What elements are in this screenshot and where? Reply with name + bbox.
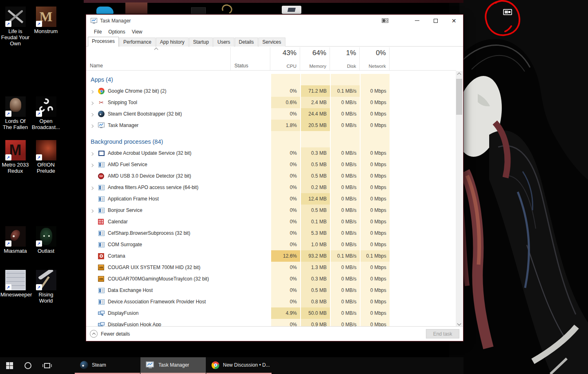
process-name: DisplayFusion bbox=[108, 310, 138, 316]
menu-file[interactable]: File bbox=[91, 28, 105, 36]
desktop-icon-orion-prelude[interactable]: ↗ORION Prelude bbox=[31, 140, 61, 174]
cougar-icon: UIX bbox=[98, 276, 104, 282]
column-network[interactable]: 0%Network bbox=[360, 47, 390, 70]
expand-chevron-icon[interactable] bbox=[90, 209, 94, 213]
process-status bbox=[231, 250, 270, 262]
process-row[interactable]: DisplayFusion Hook App0%0.9 MB0 MB/s0 Mb… bbox=[86, 319, 456, 327]
process-row[interactable]: UIXCOUGAR UIX SYSTEM 700M HID (32 bit)0%… bbox=[86, 262, 456, 273]
tab-startup[interactable]: Startup bbox=[189, 38, 213, 47]
process-row[interactable]: Device Association Framework Provider Ho… bbox=[86, 296, 456, 307]
cpu-value: 12.6% bbox=[270, 250, 300, 262]
memory-value: 50.0 MB bbox=[300, 307, 330, 319]
close-button[interactable]: ✕ bbox=[445, 15, 463, 27]
process-row[interactable]: AMD Fuel Service0%0.5 MB0 MB/s0 Mbps bbox=[86, 159, 456, 170]
process-row[interactable]: Calendar0%0.1 MB0 MB/s0 Mbps bbox=[86, 216, 456, 227]
fewer-details-button[interactable]: Fewer details bbox=[90, 330, 130, 338]
desktop-icon-open-broadcast-[interactable]: ↗Open Broadcast... bbox=[31, 96, 61, 130]
expand-chevron-icon[interactable] bbox=[90, 152, 94, 156]
taskbar-button-task-manager[interactable]: Task Manager bbox=[140, 357, 206, 374]
shortcut-arrow-icon: ↗ bbox=[36, 284, 42, 290]
process-row[interactable]: Bonjour Service0%0.5 MB0 MB/s0 Mbps bbox=[86, 205, 456, 216]
process-row[interactable]: ✂Snipping Tool0.6%2.4 MB0 MB/s0 Mbps bbox=[86, 97, 456, 108]
cpu-value: 0% bbox=[270, 108, 300, 120]
task-view-button[interactable] bbox=[37, 357, 57, 374]
process-row[interactable]: Application Frame Host0%12.4 MB0 MB/s0 M… bbox=[86, 193, 456, 205]
memory-value: 0.3 MB bbox=[300, 147, 330, 159]
process-row[interactable]: DisplayFusion4.9%50.0 MB0 MB/s0 Mbps bbox=[86, 307, 456, 319]
minimize-button[interactable] bbox=[408, 15, 426, 27]
process-row[interactable]: Data Exchange Host0%0.5 MB0 MB/s0 Mbps bbox=[86, 285, 456, 296]
expand-chevron-icon[interactable] bbox=[90, 113, 94, 116]
start-button[interactable] bbox=[0, 357, 19, 374]
disk-value: 0 MB/s bbox=[330, 227, 360, 239]
cortana-button[interactable] bbox=[19, 357, 37, 374]
memory-value: 0.5 MB bbox=[300, 159, 330, 170]
process-row[interactable]: COM Surrogate0%1.0 MB0 MB/s0 Mbps bbox=[86, 239, 456, 250]
menu-view[interactable]: View bbox=[129, 28, 146, 36]
process-row[interactable]: 3.0AMD USB 3.0 Device Detector (32 bit)0… bbox=[86, 170, 456, 182]
process-row[interactable]: Task Manager1.8%20.5 MB0 MB/s0 Mbps bbox=[86, 120, 456, 131]
chrome-icon bbox=[212, 361, 219, 369]
steam-icon bbox=[80, 361, 88, 369]
process-status bbox=[231, 296, 270, 307]
process-status bbox=[231, 319, 270, 327]
process-name: AMD USB 3.0 Device Detector (32 bit) bbox=[108, 173, 191, 179]
generic-window-icon bbox=[98, 161, 105, 168]
maximize-button[interactable] bbox=[426, 15, 445, 27]
column-status[interactable]: Status bbox=[231, 47, 270, 70]
section-header[interactable]: Apps (4) bbox=[86, 74, 456, 85]
steam-icon bbox=[98, 111, 105, 117]
process-status bbox=[231, 273, 270, 285]
scroll-up-icon[interactable] bbox=[456, 71, 463, 78]
tab-performance[interactable]: Performance bbox=[119, 38, 156, 47]
section-label: Apps (4) bbox=[86, 76, 231, 83]
annotation-circle bbox=[482, 0, 527, 39]
task-view-icon bbox=[44, 363, 50, 368]
desktop-icon-monstrum[interactable]: M↗Monstrum bbox=[31, 7, 61, 34]
network-value: 0 Mbps bbox=[360, 319, 390, 327]
desktop-icon-rising-world[interactable]: ↗Rising World bbox=[31, 270, 61, 304]
process-row[interactable]: Adobe Acrobat Update Service (32 bit)0%0… bbox=[86, 147, 456, 159]
menu-options[interactable]: Options bbox=[105, 28, 128, 36]
process-name: COM Surrogate bbox=[108, 242, 142, 247]
column-cpu[interactable]: 43%CPU bbox=[270, 47, 300, 70]
titlebar[interactable]: Task Manager ✕ bbox=[86, 15, 463, 27]
desktop-icon-life-is-feudal-your-own[interactable]: ↗Life is Feudal Your Own bbox=[0, 7, 30, 47]
cpu-value: 0% bbox=[270, 182, 300, 193]
scrollbar-thumb[interactable] bbox=[456, 79, 462, 115]
monitor-summary-icon-button[interactable] bbox=[376, 15, 394, 27]
cougar-icon: UIX bbox=[98, 265, 104, 270]
memory-value: 0.3 MB bbox=[300, 273, 330, 285]
tab-services[interactable]: Services bbox=[258, 38, 285, 47]
memory-value: 0.5 MB bbox=[300, 285, 330, 296]
desktop-icon-miasmata[interactable]: ↗Miasmata bbox=[0, 226, 30, 254]
process-row[interactable]: Andrea filters APO access service (64-bi… bbox=[86, 182, 456, 193]
process-row[interactable]: Cortana12.6%93.2 MB0.1 MB/s0.1 Mbps bbox=[86, 250, 456, 262]
process-row[interactable]: Google Chrome (32 bit) (2)0%71.2 MB0.1 M… bbox=[86, 85, 456, 97]
tab-app-history[interactable]: App history bbox=[156, 38, 189, 47]
network-value: 0 Mbps bbox=[360, 273, 390, 285]
column-memory[interactable]: 64%Memory bbox=[300, 47, 330, 70]
process-row[interactable]: UIXCOUGAR700MGamingMouseTrayIcon (32 bit… bbox=[86, 273, 456, 285]
expand-chevron-icon[interactable] bbox=[90, 90, 94, 94]
process-row[interactable]: Steam Client Bootstrapper (32 bit)0%24.4… bbox=[86, 108, 456, 120]
expand-chevron-icon[interactable] bbox=[90, 187, 94, 190]
taskbar-button-new-discussion-d-[interactable]: New Discussion • D... bbox=[206, 357, 272, 374]
desktop-icon-outlast[interactable]: ↗Outlast bbox=[31, 226, 61, 254]
expand-chevron-icon[interactable] bbox=[90, 125, 94, 128]
column-disk[interactable]: 1%Disk bbox=[330, 47, 360, 70]
tab-users[interactable]: Users bbox=[213, 38, 234, 47]
tab-processes[interactable]: Processes bbox=[88, 37, 119, 47]
section-header[interactable]: Background processes (84) bbox=[86, 136, 456, 147]
process-row[interactable]: CefSharp.BrowserSubprocess (32 bit)0%5.3… bbox=[86, 227, 456, 239]
taskbar-button-steam[interactable]: Steam bbox=[75, 357, 140, 374]
desktop-icon-lords-of-the-fallen[interactable]: ↗Lords Of The Fallen bbox=[0, 96, 30, 130]
tab-details[interactable]: Details bbox=[235, 38, 258, 47]
expand-chevron-icon[interactable] bbox=[90, 164, 94, 167]
desktop-icon-metro-2033-redux[interactable]: M↗Metro 2033 Redux bbox=[0, 140, 30, 174]
column-name[interactable]: Name bbox=[86, 47, 231, 70]
end-task-button[interactable]: End task bbox=[426, 329, 459, 338]
desktop-icon-minesweeper[interactable]: ↗Minesweeper bbox=[0, 270, 30, 298]
vertical-scrollbar[interactable] bbox=[456, 71, 463, 327]
expand-chevron-icon[interactable] bbox=[90, 102, 94, 105]
